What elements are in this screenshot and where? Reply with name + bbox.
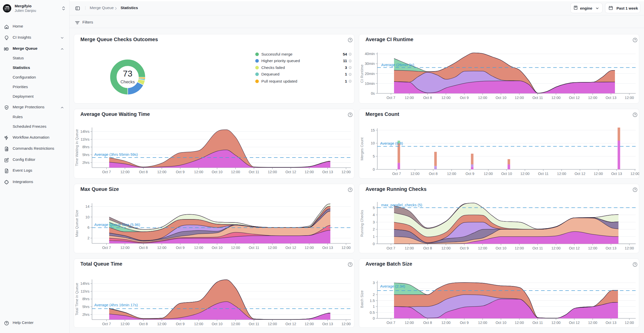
svg-text:12:00: 12:00 [478, 96, 487, 100]
svg-text:Oct 11: Oct 11 [532, 246, 543, 250]
svg-text:12:00: 12:00 [630, 172, 639, 176]
svg-text:1: 1 [373, 235, 375, 239]
svg-text:12:00: 12:00 [157, 322, 166, 326]
svg-text:12:00: 12:00 [231, 170, 240, 174]
svg-text:8hrs: 8hrs [82, 145, 89, 149]
svg-text:Oct 11: Oct 11 [538, 172, 549, 176]
svg-text:12:00: 12:00 [551, 96, 561, 100]
svg-text:12:00: 12:00 [441, 246, 450, 250]
svg-text:15: 15 [371, 128, 375, 132]
svg-text:3: 3 [373, 220, 375, 224]
svg-text:Oct 9: Oct 9 [460, 96, 469, 100]
svg-text:1: 1 [373, 304, 375, 309]
svg-text:12:00: 12:00 [520, 172, 530, 176]
svg-text:Average (8.8): Average (8.8) [380, 141, 403, 145]
svg-text:40min: 40min [365, 52, 375, 56]
svg-text:Oct 13: Oct 13 [606, 96, 616, 100]
svg-text:12:00: 12:00 [625, 321, 634, 325]
svg-text:Oct 10: Oct 10 [212, 322, 223, 326]
svg-text:12:00: 12:00 [157, 170, 166, 174]
svg-text:12:00: 12:00 [194, 170, 203, 174]
svg-text:5hrs: 5hrs [82, 153, 89, 157]
svg-text:Running Checks: Running Checks [360, 210, 364, 237]
svg-text:Batch Size: Batch Size [360, 290, 364, 308]
svg-text:max_parallel_checks (5): max_parallel_checks (5) [381, 203, 422, 207]
svg-text:12:00: 12:00 [268, 170, 277, 174]
svg-text:Average (2.34): Average (2.34) [380, 284, 405, 288]
svg-text:Oct 7: Oct 7 [102, 322, 111, 326]
svg-text:14hrs: 14hrs [80, 130, 89, 134]
svg-text:12:00: 12:00 [194, 246, 203, 250]
svg-text:Oct 9: Oct 9 [176, 246, 185, 250]
svg-text:Max Queue Size: Max Queue Size [75, 210, 79, 237]
svg-text:12:00: 12:00 [557, 172, 566, 176]
svg-text:0: 0 [373, 167, 375, 171]
svg-text:Oct 12: Oct 12 [574, 172, 585, 176]
svg-text:12:00: 12:00 [157, 246, 166, 250]
svg-text:Average (4hrs 16min 17s): Average (4hrs 16min 17s) [94, 303, 138, 307]
svg-text:12:00: 12:00 [515, 321, 524, 325]
svg-text:3: 3 [373, 281, 375, 285]
svg-text:0.5: 0.5 [370, 311, 375, 315]
svg-text:12:00: 12:00 [478, 321, 487, 325]
svg-text:Oct 7: Oct 7 [102, 170, 111, 174]
svg-text:Oct 7: Oct 7 [386, 321, 395, 325]
svg-text:Merges Count: Merges Count [360, 137, 364, 160]
svg-text:6: 6 [87, 225, 89, 229]
svg-text:12:00: 12:00 [551, 321, 561, 325]
svg-text:Oct 8: Oct 8 [423, 96, 432, 100]
svg-text:12:00: 12:00 [515, 96, 524, 100]
svg-text:Oct 12: Oct 12 [569, 246, 580, 250]
svg-text:12:00: 12:00 [268, 322, 277, 326]
svg-text:2hrs: 2hrs [82, 161, 89, 165]
svg-text:Oct 7: Oct 7 [386, 96, 395, 100]
svg-text:Total Time in Queue: Total Time in Queue [75, 283, 79, 316]
svg-text:Oct 12: Oct 12 [569, 321, 580, 325]
svg-text:12:00: 12:00 [447, 172, 456, 176]
svg-text:12:00: 12:00 [441, 96, 450, 100]
svg-text:2: 2 [373, 293, 375, 297]
svg-text:12:00: 12:00 [478, 246, 487, 250]
svg-text:2hrs: 2hrs [82, 313, 89, 317]
svg-text:Oct 8: Oct 8 [139, 246, 148, 250]
svg-text:Oct 10: Oct 10 [212, 170, 223, 174]
svg-text:0: 0 [373, 316, 375, 320]
svg-text:2: 2 [373, 227, 375, 231]
svg-text:Oct 9: Oct 9 [460, 246, 469, 250]
svg-text:12:00: 12:00 [588, 321, 597, 325]
svg-text:12:00: 12:00 [441, 321, 450, 325]
svg-text:Oct 11: Oct 11 [532, 321, 543, 325]
svg-text:20min: 20min [365, 72, 375, 76]
svg-text:11hrs: 11hrs [81, 289, 89, 293]
svg-text:Oct 10: Oct 10 [496, 321, 507, 325]
svg-text:12:00: 12:00 [194, 322, 203, 326]
svg-text:12:00: 12:00 [625, 96, 634, 100]
svg-text:12:00: 12:00 [551, 246, 561, 250]
svg-text:Oct 9: Oct 9 [460, 321, 469, 325]
svg-text:Oct 7: Oct 7 [392, 172, 401, 176]
svg-text:CI Runtime: CI Runtime [360, 65, 364, 83]
svg-text:5hrs: 5hrs [82, 305, 89, 309]
svg-text:14: 14 [85, 204, 89, 209]
svg-text:12:00: 12:00 [305, 170, 314, 174]
svg-text:4: 4 [373, 213, 375, 217]
svg-text:12:00: 12:00 [405, 96, 414, 100]
svg-text:Oct 10: Oct 10 [212, 246, 223, 250]
svg-text:2: 2 [87, 236, 89, 240]
svg-text:Oct 12: Oct 12 [285, 246, 296, 250]
svg-text:30min: 30min [365, 62, 375, 66]
svg-text:10: 10 [85, 215, 89, 219]
svg-text:Oct 10: Oct 10 [501, 172, 512, 176]
svg-text:Average Queue Size (5.96): Average Queue Size (5.96) [94, 222, 140, 227]
svg-text:Oct 9: Oct 9 [466, 172, 474, 176]
svg-text:Checks: Checks [121, 80, 135, 84]
svg-text:12:00: 12:00 [341, 170, 351, 174]
svg-text:12:00: 12:00 [484, 172, 493, 176]
svg-text:Oct 13: Oct 13 [606, 321, 616, 325]
svg-text:12:00: 12:00 [231, 246, 240, 250]
svg-text:8hrs: 8hrs [82, 297, 89, 301]
svg-text:12:00: 12:00 [405, 321, 414, 325]
svg-text:12:00: 12:00 [341, 246, 351, 250]
svg-text:14hrs: 14hrs [80, 281, 89, 286]
svg-text:Oct 8: Oct 8 [423, 246, 432, 250]
